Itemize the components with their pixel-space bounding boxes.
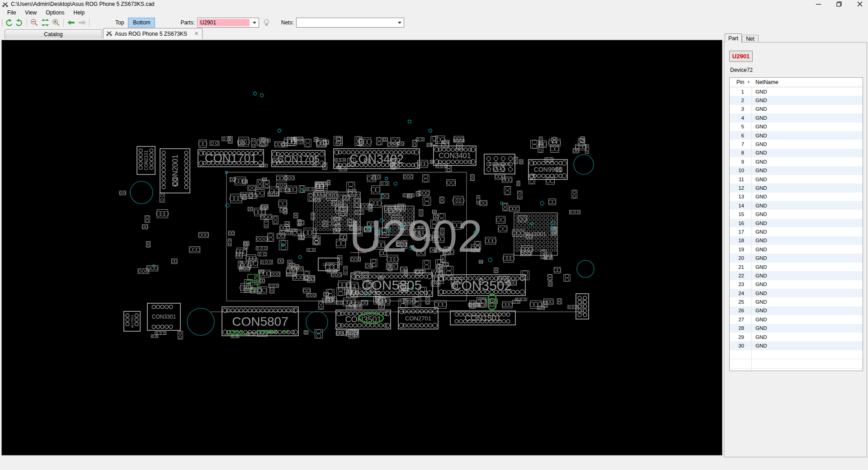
table-row[interactable]: 25GND: [730, 297, 863, 306]
tab-catalog[interactable]: Catalog: [5, 29, 102, 38]
zoom-in-icon[interactable]: [51, 18, 61, 28]
board-component-BU3001[interactable]: BU3001: [525, 231, 547, 238]
table-row[interactable]: 13GND: [730, 193, 863, 201]
table-row[interactable]: 9GND: [730, 157, 863, 166]
via: [540, 202, 544, 205]
table-row[interactable]: 2GND: [730, 96, 863, 104]
net-name: GND: [751, 238, 767, 243]
board-component-CON2802[interactable]: CON2802: [576, 294, 589, 319]
pin-number: 18: [730, 238, 751, 243]
via: [488, 258, 492, 262]
component-label: CON1705: [277, 154, 319, 164]
table-row[interactable]: 10GND: [730, 166, 863, 175]
side-bottom-button[interactable]: Bottom: [128, 18, 155, 28]
table-row[interactable]: 11GND: [730, 175, 863, 183]
lightbulb-icon[interactable]: [262, 18, 271, 27]
table-row[interactable]: 6GND: [730, 131, 863, 140]
board-component-CON1701[interactable]: CON1701: [198, 150, 264, 167]
board-component-CON3301[interactable]: CON3301: [147, 303, 180, 330]
table-row[interactable]: 19GND: [730, 245, 863, 254]
column-header-netname[interactable]: NetName: [755, 79, 778, 85]
nets-combobox[interactable]: [296, 18, 404, 28]
table-row[interactable]: 1GND: [730, 87, 863, 96]
part-tab-page: U2901 Device72 Pin ▲ NetName 1GND2GND3GN…: [724, 42, 867, 457]
highlight-pad: [286, 330, 289, 333]
highlight-pad: [259, 330, 262, 333]
menu-help[interactable]: Help: [69, 9, 90, 17]
toolbar-separator: [27, 19, 27, 27]
pin-number: 29: [730, 334, 751, 340]
pin-number: 3: [730, 106, 751, 112]
table-row[interactable]: 18GND: [730, 236, 863, 245]
table-row[interactable]: 12GND: [730, 183, 863, 192]
table-row[interactable]: 16GND: [730, 219, 863, 227]
table-row[interactable]: 20GND: [730, 254, 863, 262]
table-row[interactable]: 29GND: [730, 333, 863, 341]
table-row[interactable]: 27GND: [730, 315, 863, 324]
table-row[interactable]: 22GND: [730, 271, 863, 280]
fit-view-icon[interactable]: [40, 18, 51, 28]
table-row[interactable]: 21GND: [730, 263, 863, 271]
table-row[interactable]: 17GND: [730, 227, 863, 236]
table-row[interactable]: 7GND: [730, 140, 863, 148]
board-component-CON2001[interactable]: CON2001: [160, 149, 190, 193]
table-row[interactable]: 14GND: [730, 201, 863, 210]
table-row[interactable]: 24GND: [730, 289, 863, 297]
table-row[interactable]: 8GND: [730, 149, 863, 157]
table-row[interactable]: 3GND: [730, 105, 863, 113]
tab-close-icon[interactable]: ✕: [193, 31, 199, 37]
menu-file[interactable]: File: [3, 9, 20, 17]
pin-table-header[interactable]: Pin ▲ NetName: [730, 78, 863, 87]
tab-part-label: Part: [728, 35, 738, 42]
board-component-CON3401[interactable]: CON3401: [434, 146, 476, 165]
table-row[interactable]: 26GND: [730, 306, 863, 315]
tab-document[interactable]: Asus ROG Phone 5 ZS673KS ✕: [103, 28, 203, 39]
board-canvas[interactable]: U2902CON1701CON1705CON3402CON3401CON5808…: [1, 40, 722, 456]
table-row[interactable]: 30GND: [730, 341, 863, 350]
tab-part[interactable]: Part: [725, 33, 742, 42]
restore-button[interactable]: [835, 0, 843, 8]
highlight-pad: [240, 330, 242, 333]
table-row[interactable]: 15GND: [730, 210, 863, 218]
component-label: AU7001: [130, 315, 134, 328]
board-component-CON2701[interactable]: CON2701: [398, 308, 438, 329]
board-component-AU7001[interactable]: AU7001: [124, 311, 140, 331]
net-name: GND: [751, 221, 767, 226]
minimize-button[interactable]: [815, 0, 822, 8]
board-watermark-U2902: U2902: [349, 211, 483, 261]
table-row[interactable]: 5GND: [730, 122, 863, 131]
board-view[interactable]: U2902CON1701CON1705CON3402CON3401CON5808…: [2, 40, 722, 455]
board-component-CON3402[interactable]: CON3402: [334, 149, 420, 169]
parts-combobox[interactable]: U2901: [197, 18, 259, 28]
chevron-down-icon: [398, 22, 401, 24]
column-header-pin[interactable]: Pin: [736, 79, 744, 85]
net-name: GND: [751, 203, 767, 208]
pin-table[interactable]: Pin ▲ NetName 1GND2GND3GND4GND5GND6GND7G…: [729, 77, 863, 371]
zoom-out-icon[interactable]: [29, 18, 40, 28]
menu-options[interactable]: Options: [41, 9, 69, 17]
component-label: CON2802: [580, 298, 585, 315]
board-component-CON1705[interactable]: CON1705: [272, 150, 325, 167]
pin-number: 15: [730, 212, 751, 217]
table-row[interactable]: 28GND: [730, 324, 863, 333]
board-component-CON2101[interactable]: CON2101: [137, 146, 155, 174]
highlight-rect: [248, 274, 259, 281]
rotate-cw-icon[interactable]: [14, 18, 25, 28]
net-name: GND: [751, 133, 767, 138]
pin-number: 23: [730, 282, 751, 287]
selected-part-button[interactable]: U2901: [729, 51, 753, 62]
table-row[interactable]: 4GND: [730, 113, 863, 122]
board-component-CON5808[interactable]: CON5808: [484, 154, 515, 174]
via: [226, 203, 229, 207]
back-arrow-icon[interactable]: [66, 18, 76, 28]
rotate-ccw-icon[interactable]: [3, 18, 14, 28]
table-row[interactable]: 23GND: [730, 280, 863, 289]
board-component-CON1501[interactable]: CON1501: [450, 311, 515, 325]
close-button[interactable]: [856, 0, 863, 8]
forward-arrow-icon[interactable]: [76, 18, 87, 28]
side-top-button[interactable]: Top: [112, 18, 127, 27]
tab-net[interactable]: Net: [742, 35, 759, 42]
net-name: GND: [751, 317, 767, 322]
board-component-CON9901[interactable]: CON9901: [528, 160, 567, 179]
menu-view[interactable]: View: [20, 9, 41, 17]
